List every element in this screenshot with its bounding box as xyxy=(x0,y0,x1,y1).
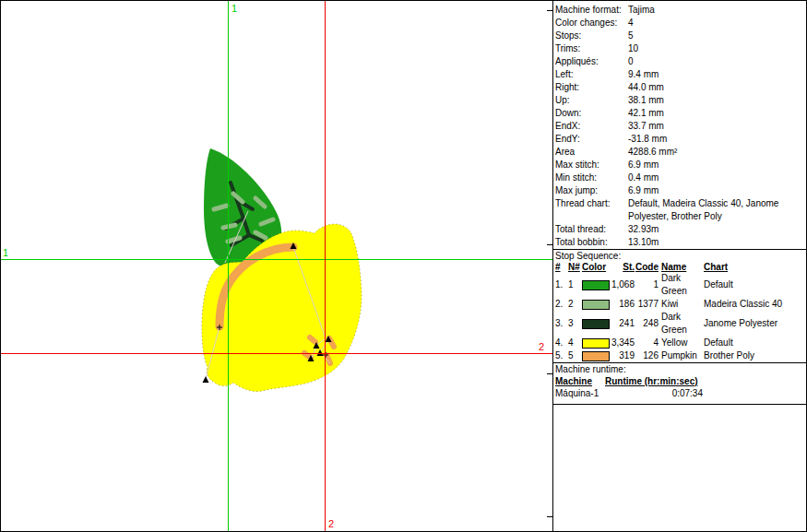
stat-row: EndY:-31.8 mm xyxy=(553,133,806,146)
stats-list: Machine format:Tajima Color changes:4 St… xyxy=(553,1,806,249)
stat-row: Appliqués:0 xyxy=(553,55,806,68)
stat-row: Min stitch:0.4 mm xyxy=(553,171,806,184)
stat-row: Up:38.1 mm xyxy=(553,94,806,107)
machine-runtime-row: Máquina-1 0:07:34 xyxy=(553,387,806,400)
machine-runtime-section: Machine runtime: Machine Runtime (hr:min… xyxy=(553,362,806,405)
color-swatch xyxy=(582,300,610,310)
machine-runtime-header: Machine Runtime (hr:min:sec) xyxy=(553,375,806,387)
stop-sequence-row: 1. 1 1,068 1 Dark Green Default xyxy=(553,272,806,298)
color-swatch xyxy=(582,280,610,290)
stat-row: Left:9.4 mm xyxy=(553,68,806,81)
machine-runtime-value: 0:07:34 xyxy=(605,387,703,400)
ruler-ticks xyxy=(547,1,553,531)
stat-row: Trims:10 xyxy=(553,42,806,55)
color-swatch xyxy=(582,319,610,329)
stop-sequence-header: # N# Color St. Code Name Chart xyxy=(553,262,806,272)
stat-row: Down:42.1 mm xyxy=(553,107,806,120)
guide-1-label-top: 1 xyxy=(231,3,237,14)
stat-row: Color changes:4 xyxy=(553,17,806,30)
guide-2-label-bottom: 2 xyxy=(328,518,334,529)
color-swatch xyxy=(582,338,610,349)
embroidery-report-window: 1 1 2 2 Machi xyxy=(0,0,807,532)
stop-sequence-section: Stop Sequence: # N# Color St. Code Name … xyxy=(553,249,806,362)
stat-row: Max jump:6.9 mm xyxy=(553,184,806,197)
machine-runtime-title: Machine runtime: xyxy=(553,363,806,375)
stop-sequence-row: 2. 2 186 1377 Kiwi Madeira Classic 40 xyxy=(553,298,806,311)
guide-2-label-right: 2 xyxy=(539,341,544,352)
properties-panel: Machine format:Tajima Color changes:4 St… xyxy=(553,1,806,531)
stat-row: Total thread:32.93m xyxy=(553,223,806,236)
stop-sequence-title: Stop Sequence: xyxy=(553,250,806,262)
design-canvas[interactable]: 1 1 2 2 xyxy=(1,1,553,531)
stat-row: Right:44.0 mm xyxy=(553,81,806,94)
stop-sequence-row: 3. 3 241 248 Dark Green Janome Polyester xyxy=(553,311,806,337)
stat-row: EndX:33.7 mm xyxy=(553,120,806,133)
stat-row: Stops:5 xyxy=(553,30,806,42)
stat-row: Max stitch:6.9 mm xyxy=(553,159,806,171)
stop-sequence-row: 5. 5 319 126 Pumpkin Brother Poly xyxy=(553,349,806,362)
stat-row: Area4288.6 mm² xyxy=(553,146,806,159)
stat-row: Total bobbin:13.10m xyxy=(553,236,806,249)
guide-1-label-left: 1 xyxy=(3,247,8,258)
machine-name: Máquina-1 xyxy=(555,387,605,400)
color-swatch xyxy=(582,351,610,361)
stop-sequence-row: 4. 4 3,345 4 Yellow Default xyxy=(553,337,806,349)
stat-row: Machine format:Tajima xyxy=(553,4,806,17)
design-drawing: 1 1 2 2 xyxy=(1,1,553,531)
stat-row: Thread chart:Default, Madeira Classic 40… xyxy=(553,197,806,223)
